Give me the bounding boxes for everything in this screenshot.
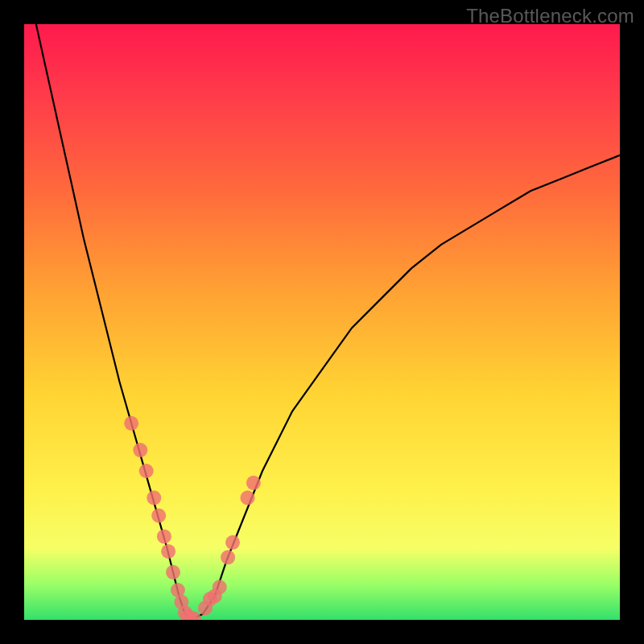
marker-point <box>221 550 235 564</box>
marker-point <box>225 535 240 550</box>
marker-point <box>124 416 138 431</box>
bottleneck-curve <box>36 24 620 620</box>
plot-area <box>24 24 620 620</box>
highlight-markers <box>124 416 261 620</box>
marker-point <box>133 443 147 457</box>
chart-frame: TheBottleneck.com <box>0 0 644 644</box>
marker-point <box>161 544 175 559</box>
curve-svg <box>24 24 620 620</box>
marker-point <box>139 464 154 478</box>
watermark-text: TheBottleneck.com <box>466 5 634 27</box>
marker-point <box>246 476 261 490</box>
marker-point <box>157 529 171 543</box>
marker-point <box>213 580 227 594</box>
marker-point <box>166 565 180 580</box>
marker-point <box>241 490 255 505</box>
marker-point <box>151 509 166 523</box>
marker-point <box>147 490 161 505</box>
